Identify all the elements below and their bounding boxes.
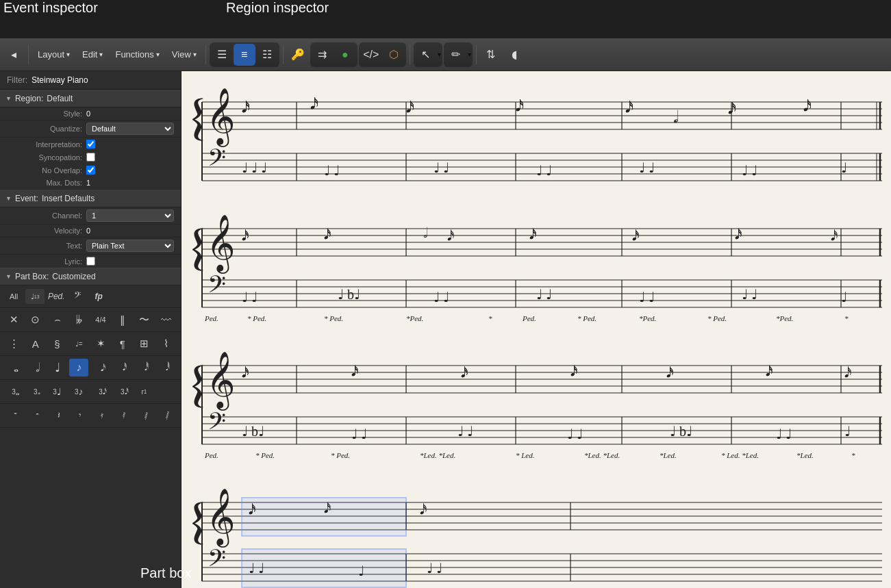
tool-slur[interactable]: ⌢ — [48, 311, 67, 329]
view-list-button[interactable]: ☰ — [211, 44, 233, 66]
svg-text:* Ped.: * Ped. — [707, 314, 727, 322]
note-half[interactable]: 𝅗𝅥 — [26, 359, 45, 376]
color-palette-button[interactable]: ● — [334, 44, 356, 66]
rest-64th[interactable]: 𝅁 — [135, 407, 154, 424]
note-16th[interactable]: 𝅘𝅥𝅯 — [91, 359, 110, 376]
separator-1 — [28, 45, 29, 64]
quantize-select[interactable]: Default 1/4 1/8 1/16 — [86, 123, 174, 135]
rest-8th[interactable]: 𝄾 — [69, 407, 88, 424]
pencil-button[interactable]: ✏ — [445, 44, 467, 66]
velocity-row: Velocity: 0 — [0, 225, 181, 238]
svg-text:*Led.  *Led.: *Led. *Led. — [420, 451, 455, 459]
lyric-checkbox[interactable] — [86, 257, 95, 266]
color-arrows-button[interactable]: ⇉ — [312, 44, 334, 66]
tool-delete[interactable]: ✕ — [4, 311, 23, 329]
note-64th[interactable]: 𝅘𝅥𝅱 — [135, 359, 154, 376]
partbox-tab-all[interactable]: All — [4, 290, 23, 303]
tool-arpeggio[interactable]: ✶ — [91, 335, 110, 353]
region-header-label: Region: — [15, 94, 43, 103]
text-select[interactable]: Plain Text Bold Italic — [86, 240, 174, 252]
svg-text:*Ped.: *Ped. — [639, 314, 656, 322]
pointer-button[interactable]: ↖ — [415, 44, 437, 66]
tool-time[interactable]: 4/4 — [91, 311, 110, 329]
functions-menu-button[interactable]: Functions — [110, 44, 164, 66]
svg-text:♩: ♩ — [841, 160, 847, 175]
triplet-extra1[interactable]: r1 — [135, 383, 154, 400]
svg-text:♩ ♩: ♩ ♩ — [536, 163, 552, 178]
partbox-section-header[interactable]: ▼ Part Box: Customized — [0, 268, 181, 285]
link-button[interactable]: ⬡ — [383, 44, 405, 66]
svg-text:* Ped.: * Ped. — [247, 314, 266, 322]
max-dots-value: 1 — [86, 179, 174, 187]
svg-text:*Ped.: *Ped. — [776, 314, 793, 322]
rest-16th[interactable]: 𝄿 — [91, 407, 110, 424]
partbox-tab-led[interactable]: Ped. — [47, 289, 66, 304]
tool-text[interactable]: A — [26, 335, 45, 353]
no-overlap-row: No Overlap: — [0, 164, 181, 177]
rest-half[interactable]: 𝄼 — [26, 407, 45, 424]
triplet-16th[interactable]: 3𝅘𝅥𝅯 — [91, 383, 110, 400]
note-rest-grid: 𝄻 𝄼 𝄽 𝄾 𝄿 𝅀 𝅁 𝅂 — [0, 404, 181, 428]
view-menu-button[interactable]: View — [166, 44, 202, 66]
triplet-quarter[interactable]: 3♩ — [48, 383, 67, 400]
note-128th[interactable]: 𝅘𝅥𝅲 — [156, 359, 175, 376]
svg-text:♩ ♩: ♩ ♩ — [742, 163, 757, 178]
score-area[interactable]: 𝄔 𝄞 𝅘𝅥𝅯𝅘𝅥𝅯𝅘𝅥𝅯𝅘𝅥𝅯 𝅘𝅥𝅯𝅘𝅥𝅯𝅘𝅥𝅯 𝅘𝅥𝅯𝅘𝅥𝅯𝅘𝅥𝅯 𝅘𝅥𝅯… — [181, 71, 891, 588]
triplet-8th[interactable]: 3♪ — [69, 383, 88, 400]
interpretation-checkbox[interactable] — [86, 140, 95, 149]
syncopation-checkbox[interactable] — [86, 153, 95, 162]
no-overlap-checkbox[interactable] — [86, 166, 95, 175]
triplet-extra2[interactable] — [156, 383, 175, 400]
tool-gliss[interactable]: 〰 — [156, 311, 175, 329]
view-score-button[interactable]: ≡ — [234, 44, 255, 66]
rest-quarter[interactable]: 𝄽 — [48, 407, 67, 424]
region-section-header[interactable]: ▼ Region: Default — [0, 90, 181, 107]
edit-menu-button[interactable]: Edit — [77, 44, 108, 66]
event-section-header[interactable]: ▼ Event: Insert Defaults — [0, 190, 181, 207]
svg-text:♩ ♩: ♩ ♩ — [776, 426, 792, 442]
partbox-tab-fp[interactable]: fp — [89, 289, 108, 304]
view-page-button[interactable]: ☷ — [256, 44, 278, 66]
rest-128th[interactable]: 𝅂 — [156, 407, 175, 424]
triplet-whole[interactable]: 3𝅝 — [4, 383, 23, 400]
partbox-tab-bass[interactable]: 𝄢 — [68, 289, 87, 304]
note-quarter[interactable]: ♩ — [48, 359, 67, 376]
tool-tempo[interactable]: ♩= — [69, 335, 88, 353]
partbox-tab-notes[interactable]: ♩13 — [25, 289, 45, 304]
svg-text:*Ped.: *Ped. — [406, 314, 423, 322]
rest-whole[interactable]: 𝄻 — [4, 407, 23, 424]
volume-button[interactable]: ◖ — [503, 44, 525, 66]
note-8th[interactable]: ♪ — [69, 359, 88, 376]
tool-select[interactable]: ⊙ — [26, 311, 45, 329]
tool-grid[interactable]: ⊞ — [135, 335, 154, 353]
tool-flat[interactable]: 𝄫 — [69, 311, 88, 329]
view-mode-group: ☰ ≡ ☷ — [210, 42, 279, 67]
filter-row: Filter: Steinway Piano — [0, 71, 181, 90]
back-button[interactable]: ◂ — [3, 44, 25, 66]
svg-text:♩ ♩: ♩ ♩ — [427, 561, 442, 576]
smart-tool-button[interactable]: 🔑 — [287, 44, 309, 66]
svg-text:*Led. *Led.: *Led. *Led. — [584, 451, 620, 459]
tool-barline[interactable]: ‖ — [113, 311, 132, 329]
tool-wavy[interactable]: ⌇ — [156, 335, 175, 353]
code-button[interactable]: </> — [360, 44, 382, 66]
event-inspector-label: Event inspector — [3, 0, 98, 16]
svg-text:Ped.: Ped. — [204, 314, 218, 322]
separator-2 — [205, 45, 206, 64]
svg-text:𝄞: 𝄞 — [206, 88, 236, 147]
layout-menu-button[interactable]: Layout — [32, 44, 75, 66]
triplet-32nd[interactable]: 3𝅘𝅥𝅰 — [113, 383, 132, 400]
triplet-half[interactable]: 3𝅗 — [26, 383, 45, 400]
transpose-button[interactable]: ⇅ — [480, 44, 502, 66]
svg-text:♩ ♩: ♩ ♩ — [434, 160, 449, 175]
rest-32nd[interactable]: 𝅀 — [113, 407, 132, 424]
partbox-header-value: Customized — [52, 272, 95, 281]
tool-articulation[interactable]: § — [48, 335, 67, 353]
tool-paragraph[interactable]: ¶ — [113, 335, 132, 353]
note-whole[interactable]: 𝅝 — [4, 359, 23, 376]
tool-guitar[interactable]: ⋮ — [4, 335, 23, 353]
tool-trill[interactable]: 〜 — [135, 311, 154, 329]
note-32nd[interactable]: 𝅘𝅥𝅰 — [113, 359, 132, 376]
main-content: Filter: Steinway Piano ▼ Region: Default… — [0, 71, 891, 588]
channel-select[interactable]: 123 — [86, 209, 174, 222]
